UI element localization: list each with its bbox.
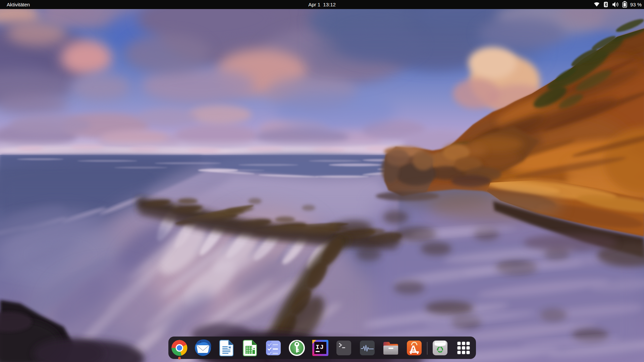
svg-text:IJ: IJ [316,344,324,351]
